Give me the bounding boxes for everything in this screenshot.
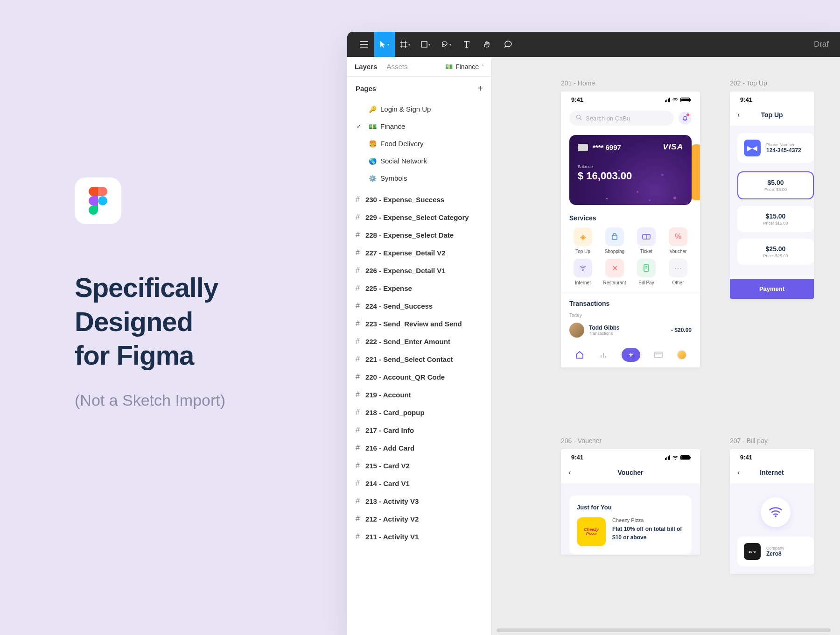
service-billpay[interactable]: Bill Pay: [633, 259, 660, 285]
menu-button[interactable]: [354, 32, 374, 57]
deal-thumbnail: Cheezy Pizza: [577, 517, 606, 546]
text-tool[interactable]: T: [456, 32, 477, 57]
amount-value: $15.00: [744, 212, 807, 220]
company-card[interactable]: zoro Company Zero8: [737, 536, 814, 566]
layer-item[interactable]: #228 - Expense_Select Date: [347, 226, 491, 244]
nav-card[interactable]: [653, 349, 664, 360]
phone-number-card[interactable]: ▶◀ Phone Number 124-345-4372: [737, 133, 814, 163]
amount-option-25[interactable]: $25.00 Price: $25.00: [737, 239, 814, 265]
artboard-label[interactable]: 206 - Voucher: [561, 437, 700, 444]
layer-item[interactable]: #227 - Expense_Detail V2: [347, 244, 491, 261]
layer-item[interactable]: #217 - Card Info: [347, 421, 491, 439]
page-item-label: Food Delivery: [380, 140, 424, 148]
transaction-type: Transactions: [589, 331, 666, 336]
amount-option-15[interactable]: $15.00 Price: $15.00: [737, 206, 814, 232]
notifications-button[interactable]: [679, 112, 692, 125]
key-icon: 🔑: [369, 106, 377, 113]
artboard-label[interactable]: 207 - Bill pay: [730, 437, 814, 444]
layer-item[interactable]: #214 - Card V1: [347, 474, 491, 492]
artboard-201-home[interactable]: 201 - Home 9:41 Search on CaBu: [561, 79, 700, 367]
shape-tool[interactable]: ▾: [415, 32, 436, 57]
canvas[interactable]: 201 - Home 9:41 Search on CaBu: [492, 57, 840, 635]
service-restaurant[interactable]: ✕Restaurant: [601, 259, 628, 285]
nav-profile[interactable]: [677, 350, 687, 360]
layer-item-label: 224 - Send_Success: [365, 302, 433, 310]
nav-home[interactable]: [574, 349, 585, 360]
layer-item[interactable]: #215 - Card V2: [347, 457, 491, 474]
artboard-label[interactable]: 201 - Home: [561, 79, 700, 87]
layer-item-label: 215 - Card V2: [365, 462, 410, 470]
nav-stats[interactable]: [598, 349, 609, 360]
layer-item[interactable]: #224 - Send_Success: [347, 297, 491, 315]
back-button[interactable]: ‹: [568, 468, 571, 477]
restaurant-icon: ✕: [605, 259, 624, 277]
layer-item[interactable]: #229 - Expense_Select Category: [347, 208, 491, 226]
add-page-button[interactable]: +: [477, 83, 483, 94]
status-bar: 9:41: [561, 92, 700, 106]
tab-assets[interactable]: Assets: [386, 63, 407, 71]
layer-item[interactable]: #212 - Activity V2: [347, 510, 491, 528]
transaction-row[interactable]: Todd Gibbs Transactions - $20.00: [561, 318, 700, 344]
page-item-finance[interactable]: ✓ 💵 Finance: [347, 118, 491, 135]
layer-item[interactable]: #225 - Expense: [347, 279, 491, 297]
avatar: [569, 323, 584, 338]
frame-icon: #: [356, 355, 360, 363]
layer-item[interactable]: #226 - Expense_Detail V1: [347, 261, 491, 279]
current-page-name: Finance: [455, 63, 479, 71]
artboard-206-voucher[interactable]: 206 - Voucher 9:41 ‹ Voucher Just: [561, 437, 700, 555]
move-tool[interactable]: ▾: [374, 32, 395, 57]
credit-card[interactable]: **** 6997 VISA Balance $ 16,003.00: [569, 135, 692, 205]
comment-tool[interactable]: [497, 32, 518, 57]
back-button[interactable]: ‹: [737, 468, 740, 477]
page-item-symbols[interactable]: ⚙️ Symbols: [347, 169, 491, 187]
layer-item[interactable]: #211 - Activity V1: [347, 528, 491, 545]
document-title[interactable]: Draf: [814, 40, 833, 49]
layer-item[interactable]: #220 - Account_QR Code: [347, 368, 491, 386]
service-other[interactable]: ⋯Other: [665, 259, 692, 285]
layer-item-label: 211 - Activity V1: [365, 533, 419, 541]
payment-button[interactable]: Payment: [730, 279, 814, 299]
layer-item[interactable]: #218 - Card_popup: [347, 403, 491, 421]
layer-item[interactable]: #222 - Send_Enter Amount: [347, 332, 491, 350]
status-time: 9:41: [740, 454, 752, 461]
nav-add-button[interactable]: +: [622, 348, 640, 362]
page-item-food-delivery[interactable]: 🍔 Food Delivery: [347, 135, 491, 152]
globe-icon: 🌎: [369, 157, 377, 165]
service-shopping[interactable]: Shopping: [601, 227, 628, 254]
layer-item-label: 227 - Expense_Detail V2: [365, 249, 446, 257]
wifi-icon: [672, 455, 679, 460]
voucher-deal[interactable]: Cheezy Pizza Cheezy Pizza Flat 10% off o…: [577, 517, 684, 546]
subheadline: (Not a Sketch Import): [75, 391, 299, 409]
tab-layers[interactable]: Layers: [355, 63, 377, 71]
frame-tool[interactable]: ▾: [395, 32, 415, 57]
artboard-207-billpay[interactable]: 207 - Bill pay 9:41 ‹ Internet zoro: [730, 437, 814, 574]
frame-icon: #: [356, 408, 360, 416]
service-ticket[interactable]: Ticket: [633, 227, 660, 254]
marketing-section: Specifically Designed for Figma (Not a S…: [75, 177, 299, 409]
frame-icon: #: [356, 284, 360, 292]
phone-label: Phone Number: [766, 142, 801, 147]
pen-tool[interactable]: ▾: [436, 32, 456, 57]
service-topup[interactable]: ◈Top Up: [569, 227, 596, 254]
layer-item-label: 228 - Expense_Select Date: [365, 231, 454, 239]
search-input[interactable]: Search on CaBu: [569, 111, 674, 126]
page-selector[interactable]: 💵 Finance ˄: [445, 63, 484, 71]
layer-item[interactable]: #221 - Send_Select Contact: [347, 350, 491, 368]
horizontal-scrollbar[interactable]: [497, 628, 831, 632]
layer-item[interactable]: #230 - Expense_Success: [347, 190, 491, 208]
layer-item[interactable]: #223 - Send_Review and Send: [347, 315, 491, 332]
page-item-social-network[interactable]: 🌎 Social Network: [347, 152, 491, 169]
service-internet[interactable]: Internet: [569, 259, 596, 285]
page-item-login-signup[interactable]: 🔑 Login & Sign Up: [347, 100, 491, 118]
layer-item[interactable]: #216 - Add Card: [347, 439, 491, 457]
artboard-label[interactable]: 202 - Top Up: [730, 79, 814, 87]
artboard-202-topup[interactable]: 202 - Top Up 9:41 ‹ Top Up ▶◀ Phone Numb…: [730, 79, 814, 299]
amount-option-5[interactable]: $5.00 Price: $5.00: [737, 171, 814, 199]
hand-tool[interactable]: [477, 32, 497, 57]
layer-item[interactable]: #219 - Account: [347, 386, 491, 403]
back-button[interactable]: ‹: [737, 111, 740, 119]
frame-icon: #: [356, 444, 360, 452]
layer-item[interactable]: #213 - Activity V3: [347, 492, 491, 510]
service-voucher[interactable]: %Voucher: [665, 227, 692, 254]
amount-price: Price: $5.00: [745, 187, 806, 192]
